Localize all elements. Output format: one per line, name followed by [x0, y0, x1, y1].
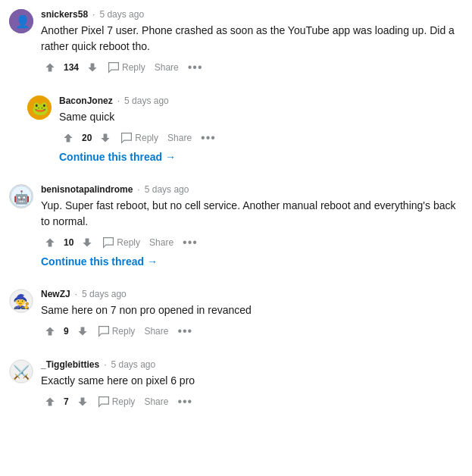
username-baconjonez[interactable]: BaconJonez [59, 96, 113, 106]
share-button[interactable]: Share [146, 236, 177, 249]
upvote-icon [44, 236, 56, 249]
share-label: Share [167, 133, 192, 143]
comment-newzj: 🧙NewZJ·5 days agoSame here on 7 non pro … [0, 280, 472, 350]
dot-separator: · [137, 184, 139, 195]
reply-button[interactable]: Reply [99, 235, 143, 250]
reply-label: Reply [122, 62, 145, 73]
upvote-icon [44, 325, 56, 337]
vote-count: 134 [64, 62, 79, 73]
comment-icon [98, 325, 110, 337]
svg-text:⚔️: ⚔️ [13, 364, 30, 380]
upvote-icon [44, 61, 56, 74]
vote-count: 10 [64, 237, 73, 248]
more-options-button[interactable]: ••• [185, 59, 206, 76]
share-label: Share [144, 396, 168, 407]
timestamp-benisnotapalindrome: 5 days ago [145, 184, 189, 195]
reply-button[interactable]: Reply [105, 60, 148, 75]
comment-text-baconjonez: Same quick [59, 109, 463, 125]
dot-separator: · [75, 289, 77, 299]
share-button[interactable]: Share [141, 395, 171, 409]
continue-thread-link[interactable]: Continue this thread → [41, 255, 463, 268]
comment-benisnotapalindrome: 🤖benisnotapalindrome·5 days agoYup. Supe… [0, 175, 472, 280]
comment-icon [108, 61, 120, 74]
share-button[interactable]: Share [164, 131, 195, 145]
dot-separator: · [104, 359, 106, 370]
username-newzj[interactable]: NewZJ [41, 289, 70, 299]
upvote-button[interactable] [41, 235, 59, 250]
more-options-button[interactable]: ••• [174, 393, 195, 410]
svg-text:👤: 👤 [15, 14, 30, 29]
vote-count: 9 [64, 326, 69, 337]
comment-snickers58: 👤snickers58·5 days agoAnother Pixel 7 us… [0, 0, 472, 86]
username-snickers58[interactable]: snickers58 [41, 9, 88, 20]
share-label: Share [155, 62, 179, 73]
upvote-icon [62, 132, 74, 144]
svg-text:🐸: 🐸 [32, 100, 49, 117]
avatar-tigglebitties: ⚔️ [9, 359, 33, 384]
avatar-snickers58: 👤 [9, 9, 33, 33]
comment-text-benisnotapalindrome: Yup. Super fast reboot, but no cell serv… [41, 198, 463, 230]
downvote-icon [99, 132, 111, 144]
share-button[interactable]: Share [141, 324, 171, 338]
comment-text-tigglebitties: Exactly same here on pixel 6 pro [41, 373, 463, 389]
comment-icon [120, 132, 133, 144]
comment-icon [102, 236, 114, 249]
downvote-icon [81, 236, 93, 249]
svg-text:🧙: 🧙 [13, 293, 30, 310]
dot-separator: · [92, 9, 95, 20]
reply-button[interactable]: Reply [117, 130, 161, 146]
downvote-button[interactable] [78, 235, 96, 250]
comment-icon [98, 396, 110, 408]
reply-button[interactable]: Reply [95, 394, 139, 409]
downvote-button[interactable] [96, 130, 114, 146]
username-tigglebitties[interactable]: _Tigglebitties [41, 359, 99, 370]
downvote-icon [77, 325, 89, 337]
avatar-newzj: 🧙 [9, 289, 33, 313]
avatar-benisnotapalindrome: 🤖 [9, 184, 33, 208]
downvote-button[interactable] [83, 60, 102, 75]
timestamp-newzj: 5 days ago [82, 289, 127, 299]
downvote-button[interactable] [73, 324, 92, 339]
upvote-button[interactable] [41, 394, 59, 409]
timestamp-snickers58: 5 days ago [99, 9, 144, 20]
upvote-button[interactable] [41, 324, 59, 339]
downvote-icon [77, 396, 89, 408]
comment-tigglebitties: ⚔️_Tigglebitties·5 days agoExactly same … [0, 350, 472, 421]
continue-thread-link[interactable]: Continue this thread → [59, 151, 463, 163]
vote-count: 20 [82, 133, 92, 143]
more-options-button[interactable]: ••• [198, 130, 219, 146]
reply-button[interactable]: Reply [95, 324, 139, 339]
svg-text:🤖: 🤖 [14, 189, 30, 205]
more-options-button[interactable]: ••• [174, 323, 195, 340]
downvote-button[interactable] [73, 394, 92, 409]
vote-count: 7 [64, 396, 69, 407]
timestamp-baconjonez: 5 days ago [124, 96, 169, 106]
dot-separator: · [117, 96, 120, 106]
share-label: Share [144, 326, 168, 337]
avatar-baconjonez: 🐸 [27, 96, 52, 120]
share-button[interactable]: Share [152, 61, 182, 74]
comment-baconjonez: 🐸BaconJonez·5 days agoSame quick 20 Repl… [0, 86, 472, 175]
upvote-button[interactable] [41, 60, 59, 75]
reply-label: Reply [112, 326, 136, 337]
downvote-icon [86, 61, 98, 74]
timestamp-tigglebitties: 5 days ago [111, 359, 155, 370]
reply-label: Reply [135, 133, 158, 143]
comment-text-newzj: Same here on 7 non pro opened in revance… [41, 302, 463, 318]
upvote-icon [44, 396, 56, 408]
reply-label: Reply [117, 237, 140, 248]
username-benisnotapalindrome[interactable]: benisnotapalindrome [41, 184, 133, 195]
upvote-button[interactable] [59, 130, 77, 146]
share-label: Share [149, 237, 173, 248]
comment-text-snickers58: Another Pixel 7 user. Phone crashed as s… [41, 23, 463, 55]
more-options-button[interactable]: ••• [180, 234, 201, 251]
reply-label: Reply [112, 396, 136, 407]
